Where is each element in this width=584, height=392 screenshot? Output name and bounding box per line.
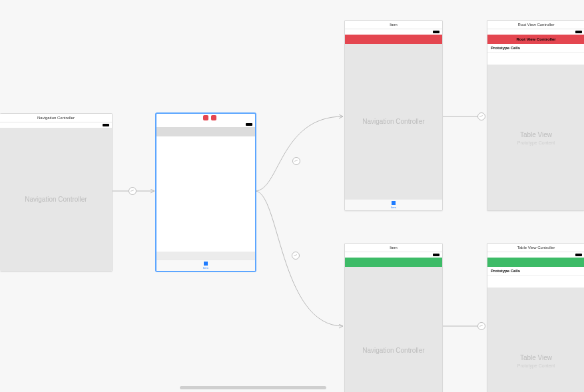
battery-icon (433, 254, 439, 256)
scene-selection-icons (156, 114, 255, 122)
tab-item-icon[interactable] (204, 262, 208, 266)
prototype-cells-label: Prototype Cells (487, 44, 584, 53)
prototype-cells-label: Prototype Cells (487, 267, 584, 276)
battery-icon (103, 124, 109, 126)
tab-bar: Item (345, 199, 442, 210)
tab-item-icon[interactable] (392, 201, 396, 205)
scene-table-view-controller[interactable]: Table View Controller Prototype Cells Ta… (487, 243, 584, 392)
scene-body: Navigation Controller (0, 128, 112, 271)
horizontal-scrollbar[interactable] (180, 386, 326, 389)
status-bar (487, 29, 584, 35)
scene-tab-bar-controller[interactable]: Item (156, 113, 256, 272)
scene-title: Item (345, 21, 442, 29)
tableview-label: Table View (517, 130, 555, 139)
status-bar (487, 252, 584, 258)
scene-navigation-controller-item-green[interactable]: Item Navigation Controller (344, 243, 443, 392)
first-responder-icon[interactable] (203, 115, 208, 120)
segue-badge[interactable] (477, 112, 485, 120)
scene-root-view-controller[interactable]: Root View Controller Root View Controlle… (487, 20, 584, 211)
battery-icon (575, 254, 582, 256)
tableview-label: Table View (517, 353, 555, 362)
scene-title: Item (345, 244, 442, 252)
segue-badge[interactable] (129, 187, 137, 195)
nav-bar (345, 35, 442, 44)
scene-body (156, 136, 255, 252)
scene-navigation-controller-1[interactable]: Navigation Controller Navigation Control… (0, 113, 113, 272)
tab-item-label: Item (203, 266, 208, 270)
prototype-cell[interactable] (487, 276, 584, 288)
scene-navigation-controller-item-red[interactable]: Item Navigation Controller Item (344, 20, 443, 211)
placeholder-label: Navigation Controller (362, 117, 424, 126)
battery-icon (433, 31, 439, 33)
table-view-body: Table View Prototype Content (487, 65, 584, 210)
battery-icon (575, 31, 582, 33)
nav-bar (345, 258, 442, 267)
placeholder-label: Navigation Controller (25, 195, 87, 204)
prototype-cell[interactable] (487, 53, 584, 65)
nav-title: Root View Controller (516, 37, 555, 41)
tableview-sublabel: Prototype Content (517, 140, 555, 145)
status-bar (156, 122, 255, 127)
scene-body: Navigation Controller (345, 267, 442, 392)
table-view-body: Table View Prototype Content (487, 288, 584, 392)
scene-title: Navigation Controller (0, 114, 112, 122)
nav-bar: Root View Controller (487, 35, 584, 44)
tab-item-label: Item (391, 206, 396, 209)
vc-icon[interactable] (195, 115, 200, 120)
placeholder-label: Navigation Controller (362, 346, 424, 355)
nav-bar (487, 258, 584, 267)
battery-icon (246, 123, 252, 126)
status-bar (345, 29, 442, 35)
scene-title: Table View Controller (487, 244, 584, 252)
segue-badge[interactable] (292, 252, 300, 260)
segue-badge[interactable] (477, 322, 485, 330)
tab-bar: Item (156, 260, 255, 271)
status-bar (345, 252, 442, 258)
status-bar (0, 122, 112, 128)
scene-title: Root View Controller (487, 21, 584, 29)
storyboard-canvas[interactable]: Navigation Controller Navigation Control… (0, 0, 584, 392)
scene-body: Navigation Controller (345, 44, 442, 199)
toolbar-area (156, 252, 255, 260)
tableview-sublabel: Prototype Content (517, 363, 555, 368)
exit-icon[interactable] (211, 115, 216, 120)
segue-badge[interactable] (292, 157, 300, 165)
nav-bar (156, 127, 255, 136)
